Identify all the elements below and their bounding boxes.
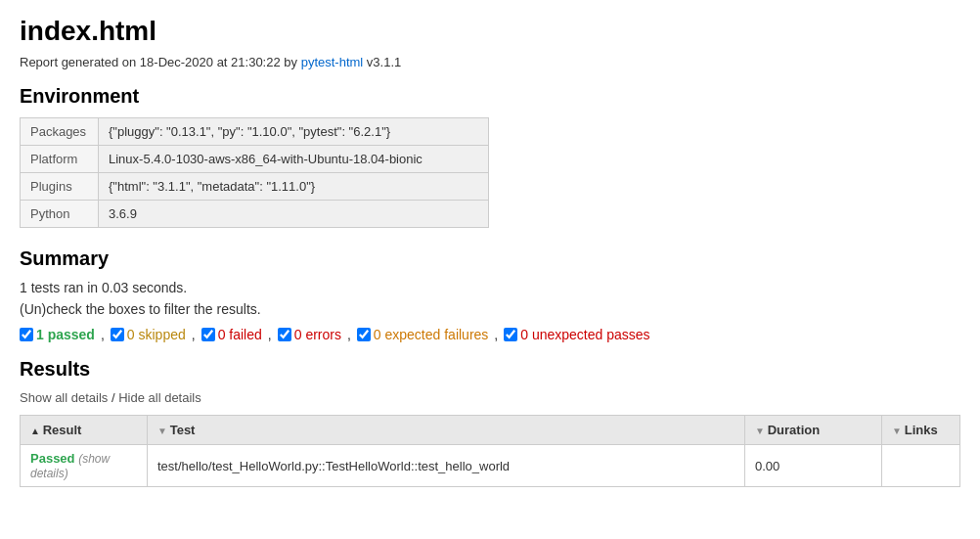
duration-cell: 0.00: [745, 445, 882, 487]
checkbox-xpass[interactable]: [504, 328, 517, 341]
page-title: index.html: [20, 16, 960, 47]
results-table: Result Test Duration Links Passed (show …: [20, 415, 960, 487]
test-cell: test/hello/test_HelloWorld.py::TestHello…: [148, 445, 745, 487]
filter-passed: 1 passed: [20, 327, 95, 342]
report-meta-text: Report generated on 18-Dec-2020 at 21:30…: [20, 55, 301, 69]
filter-failed: 0 failed: [201, 327, 262, 342]
env-key: Plugins: [21, 173, 99, 201]
env-value: {"pluggy": "0.13.1", "py": "1.10.0", "py…: [99, 118, 489, 146]
result-status: Passed: [30, 451, 75, 466]
skipped-count: 0 skipped: [127, 327, 186, 342]
col-header-duration[interactable]: Duration: [745, 416, 882, 445]
results-thead: Result Test Duration Links: [21, 416, 960, 445]
sep2: ,: [192, 327, 196, 342]
show-all-details-link[interactable]: Show all details: [20, 390, 108, 405]
results-section: Results Show all details / Hide all deta…: [20, 358, 960, 487]
hide-all-details-link[interactable]: Hide all details: [118, 390, 201, 405]
checkbox-failed[interactable]: [201, 328, 215, 341]
env-key: Python: [21, 201, 99, 228]
filter-xpass: 0 unexpected passes: [504, 327, 649, 342]
errors-count: 0 errors: [294, 327, 341, 342]
checkbox-errors[interactable]: [278, 328, 291, 341]
env-value: 3.6.9: [99, 201, 489, 228]
summary-heading: Summary: [20, 247, 960, 270]
result-cell: Passed (show details): [21, 445, 148, 487]
summary-section: Summary 1 tests ran in 0.03 seconds. (Un…: [20, 247, 960, 342]
details-links: Show all details / Hide all details: [20, 390, 960, 405]
filter-skipped: 0 skipped: [111, 327, 186, 342]
filter-errors: 0 errors: [278, 327, 341, 342]
results-header-row: Result Test Duration Links: [21, 416, 960, 445]
env-key: Packages: [21, 118, 99, 146]
passed-count: 1 passed: [36, 327, 95, 342]
filter-hint: (Un)check the boxes to filter the result…: [20, 301, 960, 317]
filter-xfail: 0 expected failures: [357, 327, 489, 342]
checkbox-skipped[interactable]: [111, 328, 124, 341]
sep5: ,: [494, 327, 498, 342]
results-heading: Results: [20, 358, 960, 381]
col-header-links[interactable]: Links: [882, 416, 960, 445]
environment-table: Packages {"pluggy": "0.13.1", "py": "1.1…: [20, 117, 489, 228]
report-meta: Report generated on 18-Dec-2020 at 21:30…: [20, 55, 960, 69]
col-header-test[interactable]: Test: [148, 416, 745, 445]
environment-heading: Environment: [20, 85, 960, 108]
pytest-html-link[interactable]: pytest-html: [301, 55, 364, 69]
xpass-count: 0 unexpected passes: [520, 327, 649, 342]
run-text: 1 tests ran in 0.03 seconds.: [20, 280, 960, 295]
checkbox-passed[interactable]: [20, 328, 33, 341]
report-version: v3.1.1: [363, 55, 401, 69]
env-row: Packages {"pluggy": "0.13.1", "py": "1.1…: [21, 118, 489, 146]
results-tbody: Passed (show details) test/hello/test_He…: [21, 445, 960, 487]
env-row: Plugins {"html": "3.1.1", "metadata": "1…: [21, 173, 489, 201]
links-cell: [882, 445, 960, 487]
failed-count: 0 failed: [218, 327, 262, 342]
env-row: Platform Linux-5.4.0-1030-aws-x86_64-wit…: [21, 146, 489, 173]
xfail-count: 0 expected failures: [374, 327, 489, 342]
env-key: Platform: [21, 146, 99, 173]
env-value: Linux-5.4.0-1030-aws-x86_64-with-Ubuntu-…: [99, 146, 489, 173]
sep1: ,: [101, 327, 105, 342]
sep4: ,: [347, 327, 351, 342]
checkbox-xfail[interactable]: [357, 328, 371, 341]
filter-checkboxes: 1 passed , 0 skipped , 0 failed , 0 erro…: [20, 327, 960, 342]
env-row: Python 3.6.9: [21, 201, 489, 228]
env-value: {"html": "3.1.1", "metadata": "1.11.0"}: [99, 173, 489, 201]
col-header-result[interactable]: Result: [21, 416, 148, 445]
sep3: ,: [268, 327, 272, 342]
table-row: Passed (show details) test/hello/test_He…: [21, 445, 960, 487]
